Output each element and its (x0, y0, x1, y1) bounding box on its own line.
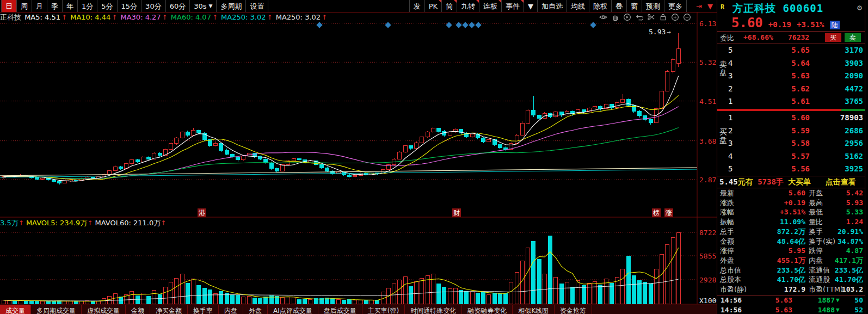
tick-time: 14:56 (721, 305, 742, 314)
buy-level-row-3[interactable]: 35.582956 (728, 137, 863, 150)
stat-label: 开盘 (809, 188, 823, 198)
stat-value: 5.42 (825, 188, 863, 198)
level-volume: 2090 (814, 70, 863, 82)
level-num: 2 (728, 83, 732, 95)
tick-list[interactable]: 14:565.631887▼5014:565.631488▼52 (717, 295, 865, 314)
news-flag-0[interactable]: 港 (198, 208, 206, 217)
price-axis-label-0: 6.13 (699, 20, 717, 28)
stat-label: 振幅 (720, 217, 734, 227)
level-price: 5.62 (777, 83, 810, 95)
view-big-order-link[interactable]: 点击查看 (826, 177, 856, 186)
stat-label: 最低 (809, 207, 823, 217)
news-flag-1[interactable]: 财 (452, 208, 461, 217)
quote-header: R 方正科技 600601 ⚙ 5.60 +0.19 +3.51% 陆 (717, 0, 865, 32)
indicator-tab-3[interactable]: 金额 (126, 305, 150, 314)
stat-label: 换手 (809, 227, 823, 237)
indicator-tab-13[interactable]: 相似K线图 (513, 305, 555, 314)
stat-row-2: 涨幅+3.51%最低5.33 (717, 207, 865, 217)
buy-level-row-5[interactable]: 55.563925 (728, 163, 863, 175)
level-price: 5.59 (777, 125, 810, 137)
stat-value: 233.5亿 (825, 266, 863, 275)
stat-value: +3.51% (755, 207, 805, 217)
tick-time: 14:56 (721, 295, 742, 305)
level-num: 5 (728, 44, 732, 57)
tick-count: 50 (854, 295, 863, 305)
level-volume: 2686 (814, 125, 863, 137)
vol-legend-item-2: MAVOL60: 211.0万 (93, 219, 161, 227)
indicator-tabs: 成交量多周期成交量虚拟成交量金额净买金额换手率内盘外盘AI点评成交量盘后成交量主… (0, 305, 717, 314)
sell-level-label: 卖盘 (719, 60, 727, 77)
ratio-green-bar (841, 109, 865, 111)
indicator-tab-9[interactable]: 盘后成交量 (318, 305, 362, 314)
level-num: 5 (728, 163, 732, 175)
arrow-right-icon: → (667, 28, 671, 36)
stat-label: 涨停 (720, 246, 734, 256)
indicator-tab-2[interactable]: 虚拟成交量 (82, 305, 126, 314)
level-price: 5.60 (777, 112, 810, 124)
indicator-tab-5[interactable]: 换手率 (188, 305, 219, 314)
stat-value: 5.33 (825, 207, 863, 217)
stat-row-8: 总市值233.5亿流通值233.5亿 (717, 266, 865, 275)
stats-grid: 最新5.60开盘5.42涨跌+0.19最高5.93涨幅+3.51%最低5.33振… (717, 188, 865, 295)
weibi-label: 委比 (720, 33, 734, 43)
price-axis-label-4: 2.87 (699, 176, 717, 184)
stat-label: 涨幅 (720, 207, 734, 217)
stat-value: 455.1万 (755, 256, 805, 266)
indicator-tab-8[interactable]: AI点评成交量 (268, 305, 318, 314)
stat-row-9: 总股本41.70亿流通股41.70亿 (717, 275, 865, 285)
sell-level-row-5[interactable]: 55.653170 (728, 44, 863, 57)
stat-value: 872.2万 (755, 227, 805, 237)
indicator-tab-12[interactable]: 融资融券变化 (462, 305, 513, 314)
sell-level-row-3[interactable]: 35.632090 (728, 70, 863, 82)
news-flag-3[interactable]: 涨 (664, 208, 673, 217)
indicator-tab-6[interactable]: 内盘 (219, 305, 243, 314)
indicator-tab-1[interactable]: 多周期成交量 (31, 305, 82, 314)
level-num: 3 (728, 137, 732, 150)
vol-legend-item-1: MAVOL5: 234.9万 (24, 219, 88, 227)
buy-level-row-1[interactable]: 15.6078903 (728, 112, 863, 124)
lu-connect-badge: 陆 (830, 21, 840, 29)
sell-level-row-4[interactable]: 45.643903 (728, 57, 863, 70)
news-flag-2[interactable]: 榜 (652, 208, 661, 217)
weicha-value: 76232 (788, 33, 809, 41)
stat-label: 最高 (809, 198, 823, 208)
tick-price: 5.63 (765, 305, 792, 314)
buy-button[interactable]: 买 (825, 33, 841, 42)
buy-level-row-2[interactable]: 25.592686 (728, 125, 863, 137)
last-price: 5.60 (731, 15, 763, 30)
level-volume: 3925 (814, 163, 863, 175)
level-price: 5.58 (777, 137, 810, 150)
stat-value: 5.60 (755, 188, 805, 198)
r-badge: R (721, 3, 724, 11)
volume-legend: 3.5万↑ MAVOL5: 234.9万↑ MAVOL60: 211.0万↑ (0, 218, 166, 227)
stat-label: 跌停 (809, 246, 823, 256)
buy-level-row-4[interactable]: 45.575162 (728, 150, 863, 163)
indicator-tab-7[interactable]: 外盘 (243, 305, 268, 314)
indicator-tab-14[interactable]: 资金抢筹 (555, 305, 592, 314)
indicator-tab-10[interactable]: 主买率(弹) (362, 305, 405, 314)
indicator-tab-11[interactable]: 时间通特殊变化 (405, 305, 462, 314)
level-volume: 5162 (814, 150, 863, 163)
stat-value: 5.95 (755, 246, 805, 256)
indicator-tab-4[interactable]: 净买金额 (150, 305, 188, 314)
big-order-banner[interactable]: 5.45元有 5738手 大买单 点击查看 (717, 176, 865, 188)
stat-value: 233.5亿 (755, 266, 805, 275)
tick-count: 52 (854, 305, 863, 314)
level-volume: 3903 (814, 57, 863, 70)
tick-row-1: 14:565.631488▼52 (717, 305, 865, 314)
level-volume: 3765 (814, 95, 863, 108)
sell-level-row-2[interactable]: 25.624472 (728, 83, 863, 95)
kline-chart[interactable] (0, 0, 717, 305)
tick-direction-icon: ▼ (836, 305, 840, 314)
price-change: +0.19 (768, 20, 791, 29)
stat-row-1: 涨跌+0.19最高5.93 (717, 198, 865, 208)
sell-level-row-1[interactable]: 15.613765 (728, 95, 863, 108)
stat-label: 量比 (809, 217, 823, 227)
indicator-tab-0[interactable]: 成交量 (0, 305, 31, 314)
gear-icon[interactable]: ⚙ (857, 3, 862, 13)
stat-value: 48.64亿 (755, 237, 805, 247)
sell-button[interactable]: 卖 (845, 33, 861, 42)
stat-value: 41.70亿 (825, 275, 863, 285)
stat-row-0: 最新5.60开盘5.42 (717, 188, 865, 198)
buy-levels: 买盘15.607890325.59268635.58295645.5751625… (717, 112, 865, 176)
